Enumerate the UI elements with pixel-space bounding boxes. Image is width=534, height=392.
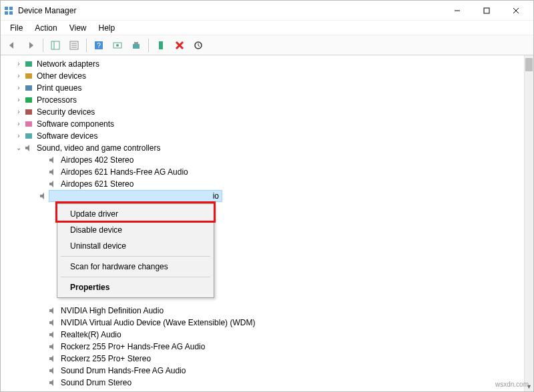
expander-icon[interactable]: ⌄	[14, 142, 23, 154]
tree-item-label: NVIDIA Virtual Audio Device (Wave Extens…	[61, 317, 255, 329]
svg-rect-28	[25, 109, 32, 115]
svg-rect-25	[25, 73, 32, 79]
tree-item-label: Software components	[37, 118, 114, 130]
context-separator	[61, 256, 210, 257]
menu-file[interactable]: File	[5, 22, 28, 34]
selected-item-suffix: io	[213, 191, 219, 201]
enable-button[interactable]	[152, 37, 170, 53]
tree-item-label: Security devices	[37, 106, 95, 118]
sound-icon	[47, 317, 58, 328]
svg-rect-3	[9, 11, 13, 15]
refresh-button[interactable]	[190, 37, 207, 53]
tree-item-label: Storage controllers	[37, 389, 104, 391]
tree-item[interactable]: ›Security devices	[14, 106, 519, 118]
svg-rect-5	[484, 8, 489, 13]
expander-icon[interactable]: ›	[14, 94, 23, 106]
sound-icon	[47, 365, 58, 376]
context-uninstall-device[interactable]: Uninstall device	[59, 238, 212, 254]
menu-help[interactable]: Help	[93, 22, 121, 34]
svg-text:?: ?	[97, 42, 101, 49]
tree-item-label: Airdopes 621 Stereo	[61, 178, 134, 190]
svg-rect-20	[159, 41, 163, 49]
tree-device-item[interactable]: Airdopes 621 Stereo	[38, 178, 519, 190]
maximize-button[interactable]	[472, 1, 501, 20]
expander-icon[interactable]: ›	[14, 58, 23, 70]
tree-device-item[interactable]: Airdopes 402 Stereo	[38, 154, 519, 166]
svg-rect-2	[5, 11, 8, 15]
tree-item[interactable]: ›Processors	[14, 94, 519, 106]
window-title: Device Manager	[18, 6, 443, 15]
tree-device-item[interactable]: Realtek(R) Audio	[38, 329, 519, 341]
tree-item-sound[interactable]: ⌄Sound, video and game controllers	[14, 142, 519, 154]
tree-device-item[interactable]: Sound Drum Stereo	[38, 377, 519, 389]
other-icon	[23, 71, 34, 81]
toolbar-separator	[86, 39, 87, 52]
expander-icon[interactable]: ›	[14, 118, 23, 130]
sound-icon	[47, 353, 58, 364]
toolbar-separator	[148, 39, 149, 52]
sound-icon	[47, 305, 58, 316]
menubar: File Action View Help	[1, 21, 533, 35]
expander-icon[interactable]: ›	[14, 106, 23, 118]
selected-item-bg: io	[49, 190, 222, 202]
tree-device-item[interactable]: NVIDIA Virtual Audio Device (Wave Extens…	[38, 317, 519, 329]
menu-view[interactable]: View	[64, 22, 92, 34]
svg-rect-18	[133, 44, 140, 49]
tree-device-item[interactable]: Airdopes 621 Hands-Free AG Audio	[38, 166, 519, 178]
speaker-icon	[38, 191, 49, 201]
svg-point-17	[116, 44, 119, 47]
network-icon	[23, 59, 34, 69]
tree-device-item[interactable]: Rockerz 255 Pro+ Hands-Free AG Audio	[38, 341, 519, 353]
tree-item-label: Sound Drum Hands-Free AG Audio	[61, 365, 186, 377]
context-disable-device[interactable]: Disable device	[59, 222, 212, 238]
help-button[interactable]: ?	[90, 37, 107, 53]
tree-item-label: NVIDIA High Definition Audio	[61, 305, 164, 317]
svg-rect-19	[134, 42, 138, 44]
context-update-driver[interactable]: Update driver	[59, 206, 212, 222]
tree-item[interactable]: ›Print queues	[14, 82, 519, 94]
printer-icon	[23, 83, 34, 93]
cpu-icon	[23, 95, 34, 105]
close-button[interactable]	[501, 1, 531, 20]
expander-icon[interactable]: ›	[14, 70, 23, 82]
tree-item-label: Rockerz 255 Pro+ Hands-Free AG Audio	[61, 341, 205, 353]
context-scan-hardware[interactable]: Scan for hardware changes	[59, 259, 212, 275]
scan-button[interactable]	[109, 37, 126, 53]
tree-item[interactable]: ›Software devices	[14, 130, 519, 142]
svg-rect-24	[25, 61, 32, 67]
expander-icon[interactable]: ›	[14, 130, 23, 142]
show-hide-button[interactable]	[47, 37, 64, 53]
tree-device-item[interactable]: Rockerz 255 Pro+ Stereo	[38, 353, 519, 365]
tree-item[interactable]: ›Network adapters	[14, 58, 519, 70]
update-button[interactable]	[127, 37, 145, 53]
context-properties[interactable]: Properties	[59, 279, 212, 295]
tree-item[interactable]: ›Storage controllers	[14, 389, 519, 391]
forward-button[interactable]	[22, 37, 39, 53]
tree-device-item[interactable]: Sound Drum Hands-Free AG Audio	[38, 365, 519, 377]
toolbar: ?	[1, 35, 533, 55]
sound-icon	[23, 143, 34, 153]
minimize-button[interactable]	[443, 1, 472, 20]
tree-item-label: Software devices	[37, 130, 97, 142]
component-icon	[23, 119, 34, 129]
scroll-thumb[interactable]	[525, 58, 533, 71]
expander-icon[interactable]: ›	[14, 82, 23, 94]
context-separator	[61, 277, 210, 277]
properties-button[interactable]	[65, 37, 83, 53]
uninstall-button[interactable]	[171, 37, 188, 53]
tree-device-item[interactable]: NVIDIA High Definition Audio	[38, 305, 519, 317]
tree-item-label: Other devices	[37, 70, 86, 82]
tree-item[interactable]: ›Other devices	[14, 70, 519, 82]
titlebar[interactable]: Device Manager	[1, 1, 533, 21]
sound-icon	[47, 155, 58, 165]
svg-rect-26	[25, 85, 32, 91]
menu-action[interactable]: Action	[29, 22, 62, 34]
expander-icon[interactable]: ›	[14, 389, 23, 391]
back-button[interactable]	[3, 37, 21, 53]
tree-item[interactable]: ›Software components	[14, 118, 519, 130]
vertical-scrollbar[interactable]: ▲ ▼	[524, 55, 533, 391]
app-icon	[3, 5, 14, 16]
tree-item-label: Processors	[37, 94, 77, 106]
tree-item-label: Sound Drum Stereo	[61, 377, 131, 389]
tree-item-label: Airdopes 402 Stereo	[61, 154, 134, 166]
